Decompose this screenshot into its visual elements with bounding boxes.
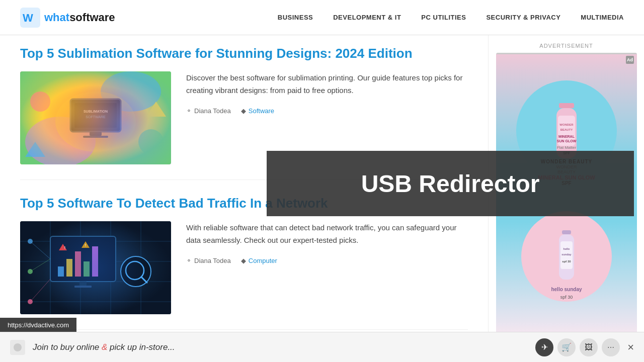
article-1-description: Discover the best software for sublimati… bbox=[186, 71, 468, 97]
svg-rect-28 bbox=[75, 251, 81, 277]
svg-text:WONDER: WONDER bbox=[559, 123, 574, 126]
article-2-tag: ◆ Computer bbox=[241, 257, 277, 264]
status-bar: https://dvdactive.com bbox=[0, 318, 76, 332]
bottom-ad-close-button[interactable]: × bbox=[627, 341, 634, 354]
svg-point-13 bbox=[138, 129, 164, 154]
svg-point-42 bbox=[28, 299, 33, 304]
svg-rect-7 bbox=[74, 103, 117, 128]
article-2-content: With reliable software that can detect b… bbox=[186, 221, 468, 264]
svg-rect-29 bbox=[84, 261, 90, 277]
logo-icon: W bbox=[20, 8, 40, 28]
svg-point-12 bbox=[30, 92, 50, 112]
ad-spf2-label: spf 30 bbox=[560, 295, 573, 300]
svg-rect-46 bbox=[559, 103, 574, 108]
status-url: https://dvdactive.com bbox=[8, 321, 69, 329]
tag-icon-2: ◆ bbox=[241, 257, 246, 264]
article-2-meta: ⚬ Diana Todea ◆ Computer bbox=[186, 257, 468, 264]
svg-text:spf 30: spf 30 bbox=[562, 260, 571, 263]
svg-rect-55 bbox=[562, 230, 571, 234]
menu-dots-icon: ⋯ bbox=[602, 338, 620, 356]
article-2-body: ! ! bbox=[20, 221, 468, 314]
svg-point-41 bbox=[28, 269, 33, 274]
article-2-image: ! ! bbox=[20, 221, 171, 314]
svg-text:SUBLIMATION: SUBLIMATION bbox=[84, 110, 108, 113]
svg-text:hello: hello bbox=[564, 247, 570, 250]
svg-point-40 bbox=[28, 239, 33, 244]
svg-rect-27 bbox=[66, 259, 72, 277]
article-1-tag-link[interactable]: Software bbox=[249, 107, 274, 115]
usb-redirector-overlay: USB Redirector bbox=[267, 151, 634, 216]
svg-rect-6 bbox=[70, 99, 121, 132]
article-1-tag: ◆ Software bbox=[241, 107, 274, 115]
svg-line-45 bbox=[30, 279, 50, 302]
svg-rect-35 bbox=[79, 282, 87, 286]
svg-line-39 bbox=[141, 277, 147, 283]
person-icon-2: ⚬ bbox=[186, 257, 192, 264]
airplane-icon: ✈ bbox=[535, 338, 553, 356]
nav-security[interactable]: SECURITY & PRIVACY bbox=[486, 14, 560, 21]
svg-point-4 bbox=[101, 71, 161, 112]
svg-rect-30 bbox=[92, 246, 98, 277]
article-2-description: With reliable software that can detect b… bbox=[186, 221, 468, 247]
svg-point-3 bbox=[25, 117, 96, 164]
bottom-ad-content: Join to buy online & pick up in-store... bbox=[10, 340, 535, 355]
ad-badge: Ad bbox=[626, 56, 634, 64]
site-logo[interactable]: W whatsoftware bbox=[20, 8, 115, 28]
usb-redirector-text: USB Redirector bbox=[361, 170, 540, 198]
svg-rect-26 bbox=[58, 266, 64, 277]
article-1-title[interactable]: Top 5 Sublimation Software for Stunning … bbox=[20, 45, 468, 62]
svg-point-61 bbox=[14, 343, 22, 351]
nav-development[interactable]: DEVELOPMENT & IT bbox=[333, 14, 401, 21]
bottom-ad-logo-icon bbox=[10, 340, 25, 355]
svg-rect-10 bbox=[90, 132, 102, 136]
svg-line-43 bbox=[30, 241, 50, 259]
svg-marker-15 bbox=[25, 142, 45, 157]
svg-text:!: ! bbox=[85, 243, 86, 247]
nav-multimedia[interactable]: MULTIMEDIA bbox=[581, 14, 624, 21]
site-header: W whatsoftware BUSINESS DEVELOPMENT & IT… bbox=[0, 0, 644, 35]
svg-point-5 bbox=[55, 92, 136, 152]
bottom-ad-banner[interactable]: Join to buy online & pick up in-store...… bbox=[0, 332, 644, 362]
ad-product2-label: hello sunday bbox=[551, 287, 582, 292]
nav-business[interactable]: BUSINESS bbox=[278, 14, 313, 21]
svg-text:W: W bbox=[23, 12, 33, 24]
ad-label: ADVERTISEMENT bbox=[496, 43, 636, 49]
cart-icon: 🛒 bbox=[557, 338, 576, 356]
svg-marker-33 bbox=[82, 241, 90, 248]
article-2-tag-link[interactable]: Computer bbox=[249, 257, 277, 264]
svg-rect-36 bbox=[74, 286, 92, 288]
svg-line-44 bbox=[30, 259, 50, 272]
svg-text:MINERAL: MINERAL bbox=[558, 135, 575, 138]
sunscreen2-svg: hello sunday spf 30 bbox=[554, 229, 579, 284]
tag-icon: ◆ bbox=[241, 107, 246, 115]
svg-text:SUN GLOW: SUN GLOW bbox=[557, 139, 577, 143]
svg-rect-11 bbox=[83, 136, 108, 138]
svg-point-37 bbox=[121, 256, 151, 287]
svg-point-38 bbox=[126, 261, 144, 280]
article-1-content: Discover the best software for sublimati… bbox=[186, 71, 468, 115]
article-2-author: ⚬ Diana Todea bbox=[186, 257, 231, 264]
svg-text:SOFTWARE: SOFTWARE bbox=[86, 115, 106, 119]
logo-label: whatsoftware bbox=[44, 11, 115, 24]
svg-text:BEAUTY: BEAUTY bbox=[560, 128, 573, 131]
svg-text:Flat Matter: Flat Matter bbox=[557, 145, 577, 150]
svg-text:sunday: sunday bbox=[561, 253, 572, 256]
article-1-meta: ⚬ Diana Todea ◆ Software bbox=[186, 107, 468, 115]
person-icon: ⚬ bbox=[186, 107, 192, 115]
ad-product2-area: hello sunday spf 30 hello sunday spf 30 bbox=[551, 229, 582, 300]
svg-rect-25 bbox=[50, 236, 116, 282]
svg-text:!: ! bbox=[64, 246, 65, 249]
bottom-ad-actions: ✈ 🛒 🖼 ⋯ bbox=[535, 338, 620, 356]
nav-pc-utilities[interactable]: PC UTILITIES bbox=[421, 14, 466, 21]
bottom-ad-text: Join to buy online & pick up in-store... bbox=[33, 342, 175, 352]
svg-marker-14 bbox=[146, 102, 166, 117]
main-nav: BUSINESS DEVELOPMENT & IT PC UTILITIES S… bbox=[278, 14, 624, 21]
svg-rect-16 bbox=[20, 221, 171, 314]
image-icon: 🖼 bbox=[580, 338, 598, 356]
svg-marker-31 bbox=[59, 244, 67, 250]
article-1-image: SUBLIMATION SOFTWARE bbox=[20, 71, 171, 164]
ad-bottom-section: hello sunday spf 30 hello sunday spf 30 bbox=[501, 206, 632, 322]
article-1-author: ⚬ Diana Todea bbox=[186, 107, 231, 115]
svg-rect-2 bbox=[20, 71, 171, 164]
